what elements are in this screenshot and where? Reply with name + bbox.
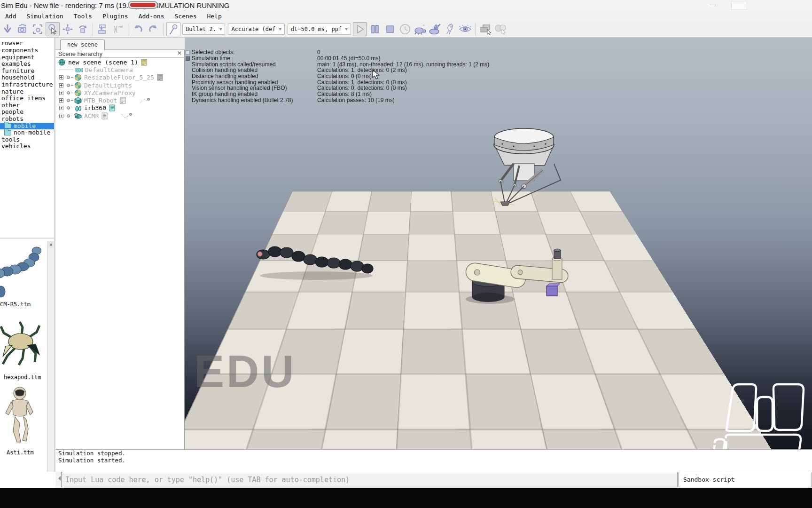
visibility-toggle[interactable] bbox=[67, 106, 70, 110]
model-folder-equipment[interactable]: equipment bbox=[0, 54, 54, 61]
visibility-toggle[interactable] bbox=[67, 76, 70, 79]
menu-addons[interactable]: Add-ons bbox=[133, 13, 170, 20]
script-icon[interactable] bbox=[120, 97, 126, 104]
speed-down-turtle-icon[interactable]: − bbox=[413, 22, 427, 36]
menu-help[interactable]: Help bbox=[202, 13, 226, 20]
pick-icon[interactable] bbox=[166, 22, 180, 36]
stop-button[interactable] bbox=[383, 22, 397, 36]
script-icon[interactable] bbox=[141, 59, 148, 66]
expand-icon[interactable] bbox=[59, 114, 63, 118]
model-folder-tools[interactable]: tools bbox=[0, 136, 54, 143]
model-folder-office-items[interactable]: office items bbox=[0, 95, 54, 102]
accuracy-value: Accurate (def bbox=[231, 26, 275, 32]
status-row: Dynamics handling enabled (Bullet 2.78) … bbox=[186, 97, 515, 103]
visibility-eye-icon[interactable] bbox=[458, 22, 472, 36]
tab-new-scene[interactable]: new scene bbox=[60, 40, 105, 50]
dt-dropdown[interactable]: dt=50.0 ms, ppf▼ bbox=[288, 24, 351, 35]
script-selector-dropdown[interactable]: Sandbox script bbox=[679, 472, 812, 487]
status-console[interactable]: Simulation stopped. Simulation started. bbox=[55, 449, 812, 472]
expand-icon[interactable] bbox=[59, 75, 63, 79]
minimize-button[interactable]: — bbox=[705, 1, 721, 10]
real-time-toggle-icon[interactable] bbox=[398, 22, 412, 36]
model-browser-scrollbar[interactable]: ▲ ▼ bbox=[47, 241, 54, 488]
screen-edge bbox=[0, 488, 812, 508]
recorder-watermark-logo bbox=[714, 384, 804, 449]
object-move-icon[interactable] bbox=[61, 22, 75, 36]
assemble-icon[interactable] bbox=[96, 22, 110, 36]
scene-selector-icon[interactable] bbox=[493, 22, 508, 36]
play-button[interactable] bbox=[353, 22, 367, 36]
model-thumbnails: CM-R5.ttm hexapod.ttm bbox=[0, 240, 47, 488]
model-folder-examples[interactable]: examples bbox=[0, 61, 54, 68]
menu-scenes[interactable]: Scenes bbox=[170, 13, 202, 20]
camera-shift-icon[interactable] bbox=[0, 22, 15, 36]
tree-row-xyz-camera-proxy[interactable]: XYZCameraProxy bbox=[55, 89, 185, 96]
model-folder-mobile[interactable]: mobile bbox=[0, 123, 54, 130]
tree-row-default-camera[interactable]: DefaultCamera bbox=[55, 66, 185, 73]
page-selector-icon[interactable] bbox=[478, 22, 492, 36]
model-folder-other[interactable]: other bbox=[0, 102, 54, 109]
application-window: Sim Edu - New file - rendering: 7 ms (19… bbox=[0, 0, 812, 508]
script-icon[interactable] bbox=[109, 104, 116, 111]
model-folder-robots[interactable]: robots bbox=[0, 116, 54, 123]
speed-up-rabbit-icon[interactable]: + bbox=[428, 22, 442, 36]
model-folder-vehicles[interactable]: vehicles bbox=[0, 143, 54, 150]
dt-value: dt=50.0 ms, ppf bbox=[291, 26, 342, 32]
model-thumbnail-asti[interactable] bbox=[0, 386, 46, 447]
visibility-toggle[interactable] bbox=[67, 84, 70, 87]
collapse-box-icon[interactable] bbox=[186, 56, 190, 61]
expand-icon[interactable] bbox=[59, 91, 63, 95]
model-thumbnail-hexapod[interactable] bbox=[0, 319, 45, 371]
menu-add[interactable]: Add bbox=[0, 13, 21, 20]
model-folder-household[interactable]: household bbox=[0, 74, 54, 81]
tree-row-resizable-floor[interactable]: ResizableFloor_5_25 bbox=[55, 74, 185, 81]
tree-row-default-lights[interactable]: DefaultLights bbox=[55, 81, 185, 89]
pause-button[interactable] bbox=[368, 22, 382, 36]
menu-simulation[interactable]: Simulation bbox=[21, 13, 68, 20]
scroll-up-icon[interactable]: ▲ bbox=[48, 241, 54, 248]
redo-icon[interactable] bbox=[146, 22, 160, 36]
menu-plugins[interactable]: Plugins bbox=[97, 13, 133, 20]
threaded-boost-rocket-icon[interactable] bbox=[443, 22, 457, 36]
camera-rotate-icon[interactable] bbox=[16, 22, 30, 36]
maximize-button[interactable] bbox=[731, 1, 747, 10]
close-icon[interactable]: ✕ bbox=[176, 50, 183, 56]
status-row: Simulation scripts called/resumed main: … bbox=[186, 61, 515, 67]
expand-icon[interactable] bbox=[59, 106, 63, 110]
script-icon[interactable] bbox=[102, 112, 108, 119]
tree-row-mtb-robot[interactable]: MTB_Robot bbox=[55, 96, 185, 104]
visibility-toggle[interactable] bbox=[67, 99, 70, 102]
model-folder-furniture[interactable]: furniture bbox=[0, 68, 54, 75]
model-folder-non-mobile[interactable]: non-mobile bbox=[0, 129, 54, 136]
visibility-toggle[interactable] bbox=[67, 114, 70, 118]
collapse-box-icon[interactable] bbox=[186, 50, 190, 55]
status-row: IK group handling enabled Calculations: … bbox=[186, 91, 515, 97]
tree-row-irb360[interactable]: irb360 bbox=[55, 104, 185, 112]
menu-tools[interactable]: Tools bbox=[69, 13, 97, 20]
panel-splitter[interactable] bbox=[0, 238, 54, 239]
tree-row-scene[interactable]: new scene (scene 1) bbox=[55, 58, 185, 66]
object-rotate-icon[interactable] bbox=[76, 22, 90, 36]
expand-icon[interactable] bbox=[59, 98, 63, 103]
accuracy-dropdown[interactable]: Accurate (def▼ bbox=[228, 24, 284, 35]
transfer-dna-icon[interactable] bbox=[111, 22, 125, 36]
model-thumbnail-acm-r5[interactable] bbox=[0, 242, 41, 299]
toolbar-separator bbox=[128, 23, 128, 36]
model-folder-people[interactable]: people bbox=[0, 109, 54, 116]
undo-icon[interactable] bbox=[131, 22, 145, 36]
script-icon[interactable] bbox=[157, 74, 164, 81]
camera-fit-icon[interactable] bbox=[31, 22, 45, 36]
physics-engine-dropdown[interactable]: Bullet 2.▼ bbox=[182, 24, 225, 35]
lua-code-input[interactable] bbox=[61, 472, 678, 487]
object-select-icon[interactable] bbox=[46, 22, 60, 36]
world-icon bbox=[58, 59, 66, 66]
tree-row-acmr[interactable]: ACMR bbox=[55, 112, 185, 119]
model-folder-components[interactable]: components bbox=[0, 47, 54, 54]
scroll-left-icon[interactable] bbox=[56, 476, 61, 481]
model-folder-infrastructure[interactable]: infrastructure bbox=[0, 81, 54, 88]
viewport-3d[interactable]: EDU bbox=[185, 38, 812, 449]
expand-icon[interactable] bbox=[59, 83, 63, 87]
visibility-toggle[interactable] bbox=[67, 91, 70, 95]
model-folder-nature[interactable]: nature bbox=[0, 88, 54, 95]
lua-command-bar bbox=[61, 472, 678, 487]
